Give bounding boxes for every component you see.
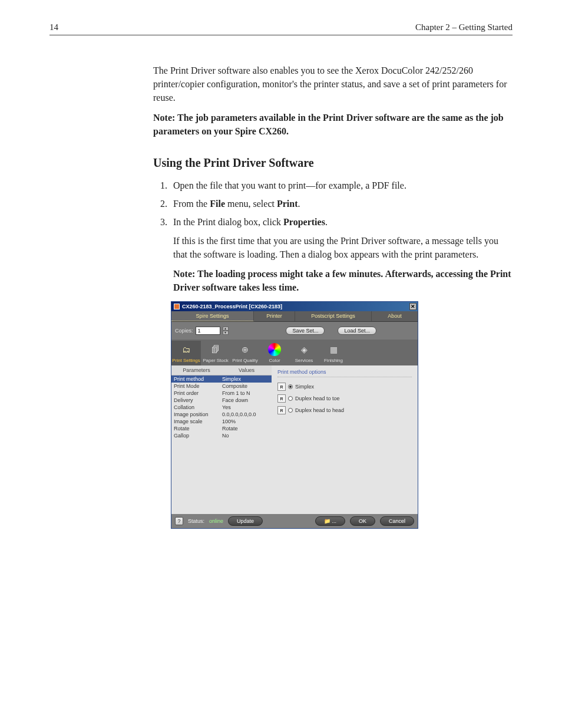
step-2: From the File menu, select Print. — [170, 197, 513, 210]
param-value: No — [222, 433, 269, 439]
copies-toolbar: Copies: 1 ▲▼ Save Set... Load Set... — [171, 322, 418, 340]
param-row[interactable]: DeliveryFace down — [171, 397, 272, 404]
parameters-table: Parameters Values Print methodSimplexPri… — [171, 365, 272, 514]
settings-panel: Parameters Values Print methodSimplexPri… — [171, 365, 418, 514]
param-name: Print method — [174, 376, 222, 382]
note2-label: Note: — [173, 269, 195, 279]
radio-button[interactable] — [288, 384, 293, 389]
options-panel: Print method options RSimplexRDuplex hea… — [272, 365, 418, 514]
cancel-button[interactable]: Cancel — [380, 516, 414, 526]
page-icon: R — [277, 406, 286, 414]
param-name: Gallop — [174, 433, 222, 439]
radio-label: Duplex head to toe — [295, 396, 340, 401]
ok-button[interactable]: OK — [350, 516, 375, 526]
page-number: 14 — [49, 22, 58, 32]
step-1: Open the file that you want to print—for… — [170, 179, 513, 192]
param-row[interactable]: Image position0.0,0.0,0.0,0.0 — [171, 411, 272, 418]
cat-print-quality[interactable]: ⊕ Print Quality — [230, 341, 260, 365]
param-value: 100% — [222, 419, 269, 424]
note-label: Note: — [153, 113, 175, 123]
close-icon[interactable]: ✕ — [409, 303, 416, 310]
param-name: Rotate — [174, 426, 222, 431]
param-row[interactable]: RotateRotate — [171, 425, 272, 432]
copies-label: Copies: — [175, 328, 193, 334]
dialog-title: CX260-2183_ProcessPrint [CX260-2183] — [182, 304, 282, 309]
param-value: From 1 to N — [222, 390, 269, 396]
dialog-titlebar[interactable]: CX260-2183_ProcessPrint [CX260-2183] ✕ — [171, 302, 418, 311]
print-settings-icon: 🗂 — [180, 343, 193, 356]
param-row[interactable]: GallopNo — [171, 432, 272, 439]
cat-paper-stock[interactable]: 🗐 Paper Stock — [201, 341, 230, 365]
radio-label: Simplex — [295, 384, 314, 390]
radio-label: Duplex head to head — [295, 407, 344, 413]
param-row[interactable]: CollationYes — [171, 404, 272, 411]
tab-postscript-settings[interactable]: Postscript Settings — [295, 311, 372, 321]
status-value: online — [209, 518, 223, 524]
help-button[interactable]: ? — [175, 517, 183, 525]
steps-list: Open the file that you want to print—for… — [170, 179, 513, 229]
note-text: The job parameters available in the Prin… — [153, 113, 504, 136]
radio-row[interactable]: RSimplex — [277, 381, 412, 393]
param-value: Composite — [222, 383, 269, 389]
param-row[interactable]: Print methodSimplex — [171, 375, 272, 383]
intro-paragraph: The Print Driver software also enables y… — [153, 64, 513, 105]
cat-finishing[interactable]: ▦ Finishing — [319, 341, 348, 365]
tabstrip: Spire Settings Printer Postscript Settin… — [171, 311, 418, 322]
page-icon: R — [277, 394, 286, 403]
radio-row[interactable]: RDuplex head to toe — [277, 393, 412, 404]
intro-note: Note: The job parameters available in th… — [153, 111, 513, 138]
tab-spire-settings[interactable]: Spire Settings — [171, 311, 254, 321]
copies-input[interactable]: 1 — [196, 327, 220, 335]
section-heading: Using the Print Driver Software — [153, 154, 513, 172]
paper-stock-icon: 🗐 — [209, 343, 222, 356]
param-value: 0.0,0.0,0.0,0.0 — [222, 411, 269, 417]
update-button[interactable]: Update — [228, 516, 263, 526]
cat-services[interactable]: ◈ Services — [289, 341, 319, 365]
cat-print-settings[interactable]: 🗂 Print Settings — [171, 341, 201, 365]
param-name: Delivery — [174, 397, 222, 403]
radio-button[interactable] — [288, 408, 293, 413]
param-value: Yes — [222, 404, 269, 410]
tab-about[interactable]: About — [372, 311, 418, 321]
status-label: Status: — [188, 518, 204, 524]
services-icon: ◈ — [297, 343, 310, 356]
param-name: Print order — [174, 390, 222, 396]
step3-note: Note: The loading process might take a f… — [173, 267, 513, 294]
dialog-footer: ? Status: online Update 📁 ... OK Cancel — [171, 514, 418, 528]
tab-printer[interactable]: Printer — [254, 311, 295, 321]
param-row[interactable]: Print ModeComposite — [171, 383, 272, 390]
category-row: 🗂 Print Settings 🗐 Paper Stock ⊕ Print Q… — [171, 340, 418, 365]
param-name: Print Mode — [174, 383, 222, 389]
param-name: Image scale — [174, 419, 222, 424]
radio-row[interactable]: RDuplex head to head — [277, 404, 412, 416]
page-icon: R — [277, 383, 286, 391]
note2-text: The loading process might take a few min… — [173, 269, 511, 292]
app-icon — [174, 304, 180, 309]
param-row[interactable]: Image scale100% — [171, 418, 272, 425]
color-icon — [268, 343, 281, 356]
load-set-button[interactable]: Load Set... — [338, 327, 376, 335]
cat-color[interactable]: Color — [260, 341, 289, 365]
parameters-header: Parameters Values — [171, 365, 272, 375]
save-set-button[interactable]: Save Set... — [286, 327, 325, 335]
step-3: In the Print dialog box, click Propertie… — [170, 215, 513, 229]
page-header: 14 Chapter 2 – Getting Started — [49, 22, 513, 35]
param-name: Collation — [174, 404, 222, 410]
chapter-title: Chapter 2 – Getting Started — [415, 22, 513, 32]
param-value: Face down — [222, 397, 269, 403]
param-name: Image position — [174, 411, 222, 417]
param-row[interactable]: Print orderFrom 1 to N — [171, 390, 272, 397]
print-driver-dialog: CX260-2183_ProcessPrint [CX260-2183] ✕ S… — [171, 301, 418, 529]
print-quality-icon: ⊕ — [239, 343, 252, 356]
group-label: Print method options — [277, 369, 412, 377]
param-value: Rotate — [222, 426, 269, 431]
radio-button[interactable] — [288, 396, 293, 401]
param-value: Simplex — [222, 376, 269, 382]
step3-followup: If this is the first time that you are u… — [173, 234, 513, 261]
save-as-button[interactable]: 📁 ... — [315, 516, 345, 526]
copies-spinner[interactable]: ▲▼ — [223, 327, 229, 335]
finishing-icon: ▦ — [327, 343, 340, 356]
